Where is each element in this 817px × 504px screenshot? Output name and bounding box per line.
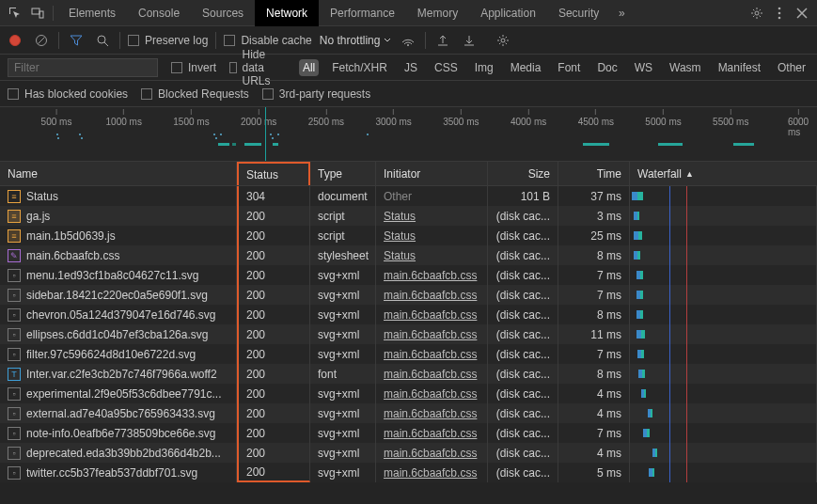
waterfall-overview[interactable]: 500 ms1000 ms1500 ms2000 ms2500 ms3000 m… xyxy=(0,107,817,162)
disable-cache-checkbox[interactable]: Disable cache xyxy=(224,34,311,47)
file-name: sidebar.18421c220ec0a5e690f1.svg xyxy=(26,289,208,302)
cell-initiator[interactable]: main.6cbaafcb.css xyxy=(376,384,488,403)
table-row[interactable]: TInter.var.c2fe3cb2b7c746f7966a.woff2200… xyxy=(0,364,817,384)
table-row[interactable]: ▫experimental.2f9e05f53c6dbee7791c...200… xyxy=(0,384,817,403)
table-row[interactable]: ▫twitter.cc5b37feab537ddbf701.svg200svg+… xyxy=(0,463,817,482)
inspect-icon[interactable] xyxy=(4,2,26,24)
svg-rect-1 xyxy=(39,11,43,18)
cell-initiator[interactable]: main.6cbaafcb.css xyxy=(376,423,488,443)
cell-initiator[interactable]: main.6cbaafcb.css xyxy=(376,403,488,423)
col-time[interactable]: Time xyxy=(558,162,630,185)
table-row[interactable]: ≡ga.js200scriptStatus(disk cac...3 ms xyxy=(0,206,817,226)
preserve-log-checkbox[interactable]: Preserve log xyxy=(128,34,208,47)
chevron-down-icon xyxy=(384,37,391,44)
table-row[interactable]: ▫menu.1ed93cf1ba8c04627c11.svg200svg+xml… xyxy=(0,265,817,285)
invert-checkbox[interactable]: Invert xyxy=(171,61,216,74)
filter-type-all[interactable]: All xyxy=(299,59,319,76)
tab-sources[interactable]: Sources xyxy=(191,0,255,26)
cell-time: 7 ms xyxy=(558,265,630,285)
table-row[interactable]: ▫filter.97c596624d8d10e6722d.svg200svg+x… xyxy=(0,344,817,364)
import-har-icon[interactable] xyxy=(433,31,452,50)
cell-type: script xyxy=(310,206,376,226)
cell-initiator[interactable]: main.6cbaafcb.css xyxy=(376,305,488,324)
table-row[interactable]: ≡main.1b5d0639.js200scriptStatus(disk ca… xyxy=(0,226,817,245)
svg-point-4 xyxy=(778,11,781,14)
third-party-checkbox[interactable]: 3rd-party requests xyxy=(262,87,370,101)
cell-initiator[interactable]: main.6cbaafcb.css xyxy=(376,324,488,344)
filter-type-wasm[interactable]: Wasm xyxy=(666,59,705,76)
filter-type-other[interactable]: Other xyxy=(774,59,809,76)
filter-type-js[interactable]: JS xyxy=(401,59,421,76)
table-row[interactable]: ≡Status304documentOther101 B37 ms xyxy=(0,186,817,206)
table-row[interactable]: ▫sidebar.18421c220ec0a5e690f1.svg200svg+… xyxy=(0,285,817,305)
filter-type-font[interactable]: Font xyxy=(554,59,584,76)
cell-initiator[interactable]: Status xyxy=(376,245,488,265)
table-row[interactable]: ▫ellipses.c6dd1c04b7ef3cba126a.svg200svg… xyxy=(0,324,817,344)
device-mode-icon[interactable] xyxy=(26,2,49,24)
filter-type-manifest[interactable]: Manifest xyxy=(715,59,764,76)
col-size[interactable]: Size xyxy=(488,162,558,185)
cell-initiator[interactable]: main.6cbaafcb.css xyxy=(376,344,488,364)
kebab-menu-icon[interactable] xyxy=(768,2,791,24)
clear-icon[interactable] xyxy=(32,31,51,50)
table-row[interactable]: ▫chevron.05a124d379047e16d746.svg200svg+… xyxy=(0,305,817,324)
more-tabs-icon[interactable]: » xyxy=(610,2,633,24)
network-conditions-icon[interactable] xyxy=(399,31,417,50)
export-har-icon[interactable] xyxy=(460,31,479,50)
cell-waterfall xyxy=(630,403,817,423)
tab-application[interactable]: Application xyxy=(469,0,547,26)
network-settings-gear-icon[interactable] xyxy=(494,31,512,50)
filter-input[interactable] xyxy=(8,58,158,77)
filter-type-fetch-xhr[interactable]: Fetch/XHR xyxy=(328,59,391,76)
cell-waterfall xyxy=(630,324,817,344)
cell-initiator[interactable]: Status xyxy=(376,206,488,226)
cell-waterfall xyxy=(630,305,817,324)
search-icon[interactable] xyxy=(93,31,112,50)
hide-data-urls-checkbox[interactable]: Hide data URLs xyxy=(229,48,286,87)
tab-elements[interactable]: Elements xyxy=(57,0,127,26)
filter-type-css[interactable]: CSS xyxy=(431,59,462,76)
cell-type: svg+xml xyxy=(310,344,376,364)
cell-type: script xyxy=(310,226,376,245)
filter-type-doc[interactable]: Doc xyxy=(593,59,621,76)
sort-arrow-icon: ▲ xyxy=(685,169,694,179)
filter-type-ws[interactable]: WS xyxy=(631,59,656,76)
filter-type-media[interactable]: Media xyxy=(507,59,545,76)
cell-waterfall xyxy=(630,384,817,403)
blocked-requests-checkbox[interactable]: Blocked Requests xyxy=(141,87,249,101)
font-file-icon: T xyxy=(8,368,21,381)
filter-bar-2: Has blocked cookies Blocked Requests 3rd… xyxy=(0,81,817,107)
cell-initiator[interactable]: main.6cbaafcb.css xyxy=(376,265,488,285)
tab-performance[interactable]: Performance xyxy=(319,0,406,26)
blocked-cookies-checkbox[interactable]: Has blocked cookies xyxy=(8,87,128,101)
tab-console[interactable]: Console xyxy=(127,0,191,26)
throttling-select[interactable]: No throttling xyxy=(320,34,392,47)
filter-type-img[interactable]: Img xyxy=(471,59,497,76)
tab-memory[interactable]: Memory xyxy=(406,0,469,26)
cell-size: (disk cac... xyxy=(488,344,558,364)
close-icon[interactable] xyxy=(791,2,813,24)
table-row[interactable]: ✎main.6cbaafcb.css200stylesheetStatus(di… xyxy=(0,245,817,265)
table-row[interactable]: ▫note-info.0eafb6e7738509bce66e.svg200sv… xyxy=(0,423,817,443)
table-row[interactable]: ▫external.ad7e40a95bc765963433.svg200svg… xyxy=(0,403,817,423)
col-type[interactable]: Type xyxy=(310,162,376,185)
cell-initiator[interactable]: main.6cbaafcb.css xyxy=(376,285,488,305)
col-status[interactable]: Status xyxy=(237,162,310,185)
record-button[interactable] xyxy=(6,31,24,50)
tab-network[interactable]: Network xyxy=(255,0,319,26)
cell-name: ▫twitter.cc5b37feab537ddbf701.svg xyxy=(0,463,237,482)
cell-initiator[interactable]: main.6cbaafcb.css xyxy=(376,364,488,384)
cell-time: 7 ms xyxy=(558,285,630,305)
tab-security[interactable]: Security xyxy=(547,0,610,26)
col-initiator[interactable]: Initiator xyxy=(376,162,488,185)
cell-type: svg+xml xyxy=(310,423,376,443)
file-name: Status xyxy=(26,190,58,203)
col-waterfall[interactable]: Waterfall▲ xyxy=(630,162,817,185)
cell-initiator[interactable]: main.6cbaafcb.css xyxy=(376,443,488,463)
col-name[interactable]: Name xyxy=(0,162,237,185)
cell-initiator[interactable]: main.6cbaafcb.css xyxy=(376,463,488,482)
settings-gear-icon[interactable] xyxy=(746,2,768,24)
table-row[interactable]: ▫deprecated.eda3b39bb2bd366d4b2b...200sv… xyxy=(0,443,817,463)
cell-initiator[interactable]: Status xyxy=(376,226,488,245)
filter-icon[interactable] xyxy=(67,31,86,50)
